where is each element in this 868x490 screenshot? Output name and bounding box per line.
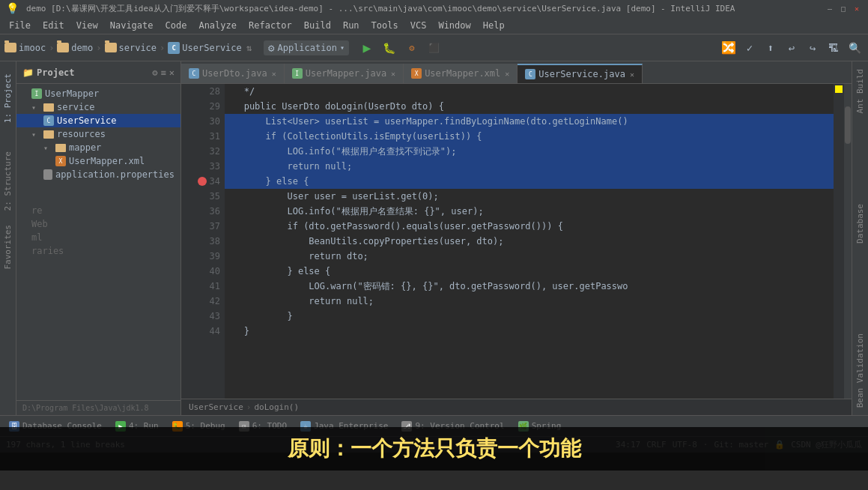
code-line-33: return null; (225, 159, 834, 174)
jdk-path: D:\Program Files\Java\jdk1.8 (16, 400, 180, 415)
run-config-label: Application (277, 43, 336, 53)
menu-item-edit[interactable]: Edit (37, 19, 70, 32)
breadcrumb-demo[interactable]: demo (57, 43, 93, 53)
extra1-label: re (31, 205, 42, 216)
tab-label: UserMapper.xml (425, 68, 500, 79)
line-number-42: 42 (181, 294, 225, 309)
tree-item-userservice[interactable]: C UserService (16, 114, 180, 127)
minimize-button[interactable]: — (825, 3, 835, 13)
breadcrumb-userservice[interactable]: C UserService (168, 42, 241, 54)
mapper-label: mapper (69, 142, 101, 153)
tree-item-usermapper-xml[interactable]: X UserMapper.xml (16, 154, 180, 168)
userservice-tree-label: UserService (57, 115, 116, 126)
project-tab[interactable]: 1: Project (1, 67, 14, 129)
tab-userdto-java[interactable]: CUserDto.java✕ (181, 64, 285, 83)
run-button[interactable]: ▶ (358, 39, 376, 57)
mapper-folder-icon (55, 144, 66, 152)
ant-build-tab[interactable]: Ant Build (853, 64, 867, 118)
tree-item-usermapper[interactable]: I UserMapper (16, 87, 180, 100)
tree-item-extra1[interactable]: re (16, 204, 180, 217)
code-line-28: */ (225, 84, 834, 99)
run-config[interactable]: ⚙ Application ▾ (264, 40, 349, 55)
tab-close-btn[interactable]: ✕ (505, 70, 509, 78)
sidebar: 📁 Project ⚙ ≡ ✕ I UserMapper ▾ service C… (16, 61, 181, 415)
tab-close-btn[interactable]: ✕ (391, 70, 395, 78)
sidebar-tree: I UserMapper ▾ service C UserService ▾ r… (16, 84, 180, 400)
web-label: Web (31, 219, 48, 229)
subtitle-text: 原则：一个方法只负责一个功能 (288, 436, 581, 461)
tab-usermapper-xml[interactable]: XUserMapper.xml✕ (404, 64, 518, 83)
database-tab[interactable]: Database (853, 199, 867, 248)
menu-item-build[interactable]: Build (298, 19, 337, 32)
code-content-area[interactable]: */ public UserDto doLogin(UserDto dto) {… (225, 84, 834, 399)
line-number-44: 44 (181, 324, 225, 339)
code-line-29: public UserDto doLogin(UserDto dto) { (225, 99, 834, 114)
tree-item-web[interactable]: Web (16, 217, 180, 231)
code-line-41: LOG.warn("密码错: {}, {}", dto.getPassword(… (225, 279, 834, 294)
tab-userservice-java[interactable]: CUserService.java✕ (518, 64, 643, 83)
bc-sep: › (246, 402, 252, 412)
tree-item-mapper-folder[interactable]: ▾ mapper (16, 141, 180, 154)
code-line-31: if (CollectionUtils.isEmpty(userList)) { (225, 129, 834, 144)
structure-tab[interactable]: 2: Structure (1, 145, 14, 217)
line-number-39: 39 (181, 249, 225, 264)
sidebar-close-icon[interactable]: ✕ (169, 67, 174, 78)
menu-item-view[interactable]: View (70, 19, 104, 32)
breadcrumb-bar: UserService › doLogin() (181, 399, 852, 415)
sidebar-header: 📁 Project ⚙ ≡ ✕ (16, 61, 180, 84)
jdk-path-text: D:\Program Files\Java\jdk1.8 (22, 404, 149, 412)
vcs-push-button[interactable]: ⬆ (762, 39, 780, 57)
breadcrumb-imooc[interactable]: imooc (4, 43, 46, 53)
menu-item-refactor[interactable]: Refactor (243, 19, 298, 32)
debug-button[interactable]: 🐛 (380, 39, 398, 57)
redo-button[interactable]: ↪ (804, 39, 822, 57)
tree-item-ml[interactable]: ml (16, 231, 180, 244)
right-gutter (834, 84, 844, 399)
menu-item-code[interactable]: Code (160, 19, 193, 32)
bc-userservice[interactable]: UserService (189, 402, 243, 412)
vertical-scrollbar[interactable] (844, 84, 852, 399)
menu-item-tools[interactable]: Tools (365, 19, 404, 32)
menu-item-window[interactable]: Window (432, 19, 476, 32)
code-line-37: if (dto.getPassword().equals(user.getPas… (225, 219, 834, 234)
breadcrumb-service[interactable]: service (105, 43, 157, 53)
menu-item-help[interactable]: Help (477, 19, 511, 32)
usermapper-label: UserMapper (45, 88, 99, 99)
stop-button[interactable]: ⬛ (425, 39, 443, 57)
coverage-button[interactable]: ⚙ (403, 39, 421, 57)
favorites-tab[interactable]: Favorites (1, 219, 14, 276)
bean-validation-tab[interactable]: Bean Validation (853, 329, 867, 412)
sidebar-collapse-icon[interactable]: ≡ (161, 67, 166, 78)
line-number-31: 31 (181, 129, 225, 144)
sidebar-gear-icon[interactable]: ⚙ (152, 67, 157, 78)
close-button[interactable]: ✕ (852, 3, 862, 13)
menu-item-navigate[interactable]: Navigate (104, 19, 160, 32)
main-area: 1: Project 2: Structure Favorites 📁 Proj… (0, 61, 868, 415)
build-button[interactable]: 🏗 (825, 39, 843, 57)
toolbar: imooc › demo › service › C UserService ⇅… (0, 34, 868, 61)
undo-button[interactable]: ↩ (783, 39, 801, 57)
vcs-commit-button[interactable]: ✓ (741, 39, 759, 57)
tree-item-libraries[interactable]: raries (16, 244, 180, 258)
editor-area: CUserDto.java✕IUserMapper.java✕XUserMapp… (181, 61, 852, 415)
menu-item-analyze[interactable]: Analyze (192, 19, 243, 32)
maximize-button[interactable]: □ (838, 3, 849, 13)
line-number-41: 41 (181, 279, 225, 294)
bc-dologin[interactable]: doLogin() (254, 402, 299, 412)
app-icon: 💡 (6, 2, 19, 14)
xml-icon: X (55, 156, 66, 166)
tree-item-resources[interactable]: ▾ resources (16, 127, 180, 141)
tab-close-btn[interactable]: ✕ (272, 70, 276, 78)
imooc-folder-icon (4, 43, 16, 52)
imooc-label: imooc (19, 43, 46, 53)
tab-close-btn[interactable]: ✕ (630, 70, 634, 79)
tab-usermapper-java[interactable]: IUserMapper.java✕ (285, 64, 404, 83)
vcs-update-button[interactable]: 🔀 (720, 39, 738, 57)
tree-item-application-props[interactable]: application.properties (16, 168, 180, 181)
search-button[interactable]: 🔍 (846, 39, 864, 57)
ml-label: ml (31, 232, 42, 243)
menu-item-run[interactable]: Run (337, 19, 365, 32)
tree-item-service[interactable]: ▾ service (16, 100, 180, 114)
menu-item-file[interactable]: File (3, 19, 37, 32)
menu-item-vcs[interactable]: VCS (404, 19, 433, 32)
